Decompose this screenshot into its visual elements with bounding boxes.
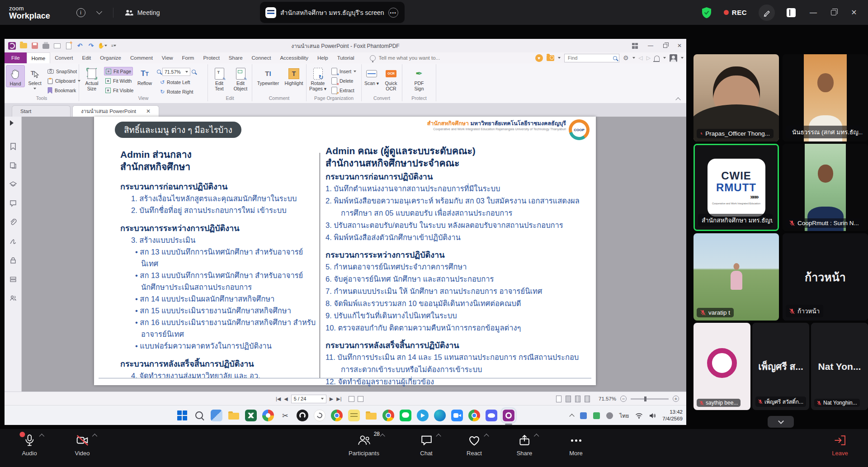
audio-options-chevron[interactable] [39, 434, 44, 439]
minimize-button[interactable]: — [807, 9, 819, 17]
favorites-heart-icon[interactable]: ♥ [535, 54, 543, 62]
tab-options-icon[interactable]: ••• [388, 8, 398, 18]
new-document-button[interactable] [65, 42, 72, 50]
tell-me-input[interactable] [379, 55, 456, 61]
fields-panel-icon[interactable] [9, 276, 17, 283]
find-box[interactable] [564, 54, 619, 62]
single-page-view-button[interactable] [556, 396, 561, 402]
menu-protect[interactable]: Protect [198, 52, 224, 63]
taskbar-search-icon[interactable] [193, 410, 205, 421]
menu-convert[interactable]: Convert [50, 52, 77, 63]
facing-view-button[interactable] [575, 396, 580, 402]
wifi-icon[interactable] [635, 413, 643, 419]
hand-tool-button[interactable]: Hand [6, 65, 25, 87]
bookmark-button[interactable]: Bookmark [46, 86, 77, 94]
tab-start[interactable]: Start [12, 105, 71, 117]
video-tile-nat[interactable]: Nat Yon... Nat Yonghin... [811, 323, 868, 410]
gear-icon[interactable]: ⚙ [623, 54, 629, 61]
caret-icon[interactable] [681, 57, 684, 59]
zoom-value-combo[interactable]: 71.57% [162, 68, 190, 76]
snipping-tool-icon[interactable]: ✂ [279, 410, 291, 421]
layers-panel-icon[interactable] [9, 181, 17, 188]
first-page-button[interactable]: |◀ [276, 396, 281, 402]
video-tile-saythip[interactable]: saythip bee... [693, 323, 750, 410]
more-button[interactable]: More [569, 434, 583, 457]
zoom-app-icon[interactable] [451, 410, 463, 421]
video-button[interactable]: Video [75, 434, 90, 457]
delete-page-button[interactable]: ×Delete [330, 76, 354, 85]
snapshot-button[interactable]: SnapShot [46, 67, 78, 75]
react-options-chevron[interactable] [484, 434, 489, 439]
chrome-icon[interactable] [331, 410, 343, 421]
forward-arrow-icon[interactable]: ▷ [646, 55, 651, 61]
back-arrow-icon[interactable]: ◁ [639, 55, 643, 61]
undo-button[interactable]: ↶ [76, 42, 84, 50]
foxit-restore-button[interactable] [663, 44, 667, 48]
zoom-out-button[interactable]: − [620, 396, 627, 402]
pdf-sign-button[interactable]: ✒ PDF Sign [409, 65, 429, 91]
video-tile-prapas[interactable]: Prapas_Officer Thong... [693, 54, 779, 142]
chrome-icon-3[interactable] [468, 410, 480, 421]
share-options-chevron[interactable] [534, 434, 539, 439]
menu-share[interactable]: Share [224, 52, 247, 63]
caret-icon[interactable] [663, 57, 666, 59]
leave-button[interactable]: Leave [832, 434, 848, 457]
tell-me-search[interactable] [370, 52, 456, 63]
menu-edit[interactable]: Edit [78, 52, 96, 63]
rotate-right-button[interactable]: ↻Rotate Right [159, 87, 194, 96]
zoom-control[interactable]: 71.57% [157, 67, 196, 76]
chat-options-chevron[interactable] [436, 434, 441, 439]
language-indicator[interactable]: ไทย [619, 411, 629, 420]
pages-panel-icon[interactable] [9, 162, 17, 169]
telegram-icon[interactable] [417, 410, 429, 421]
fit-visible-button[interactable]: Fit Visible [104, 86, 135, 94]
tab-document[interactable]: งานนำเสนอ PowerPoint ✕ [72, 105, 159, 117]
zoom-out-icon[interactable] [157, 70, 161, 74]
file-explorer-icon[interactable] [228, 410, 240, 421]
fit-width-button[interactable]: Fit Width [104, 76, 133, 85]
book-view-button[interactable] [585, 396, 590, 402]
find-input[interactable] [568, 55, 613, 61]
participants-options-chevron[interactable] [380, 434, 385, 439]
edit-object-button[interactable]: ✎ Edit Object [231, 65, 250, 91]
collapse-ribbon-button[interactable] [676, 97, 681, 101]
menu-file[interactable]: File [5, 52, 27, 63]
menu-form[interactable]: Form [178, 52, 199, 63]
audio-button[interactable]: Audio [22, 434, 37, 457]
notepad-icon[interactable] [348, 410, 360, 421]
caret-icon[interactable] [558, 57, 561, 59]
taskbar-clock[interactable]: 13:42 7/4/2569 [662, 409, 683, 422]
next-page-button[interactable]: ▶ [330, 396, 333, 402]
zoom-in-icon[interactable] [192, 70, 196, 74]
edge-icon[interactable] [434, 410, 446, 421]
menu-comment[interactable]: Comment [126, 52, 157, 63]
customize-toolbar-button[interactable]: ≡ [110, 42, 118, 50]
tab-shared-screen[interactable]: สำนักสหกิจศึกษา มทร.ธัญบุรี's screen ••• [260, 2, 405, 23]
fit-page-button[interactable]: Fit Page [104, 67, 133, 75]
menu-help[interactable]: Help [313, 52, 333, 63]
chevron-down-icon[interactable] [96, 9, 102, 14]
extract-page-button[interactable]: ↗Extract [330, 86, 356, 94]
foxit-app-icon-active[interactable] [503, 410, 514, 421]
tray-icon-3[interactable] [606, 412, 613, 419]
rotate-pages-button[interactable]: ↻ Rotate Pages ▾ [307, 65, 328, 91]
insert-page-button[interactable]: +Insert [330, 67, 358, 75]
edit-text-button[interactable]: T✎ Edit Text [210, 65, 229, 91]
discord-icon[interactable] [486, 410, 497, 421]
tray-expand-icon[interactable] [570, 414, 575, 419]
line-icon[interactable] [400, 410, 411, 421]
attachments-panel-icon[interactable] [9, 219, 17, 226]
info-icon[interactable]: i [76, 8, 85, 17]
annotate-button[interactable] [759, 5, 775, 21]
start-button[interactable] [176, 410, 188, 421]
expand-panel-icon[interactable] [10, 120, 14, 126]
comments-panel-icon[interactable] [9, 200, 17, 207]
video-tile-cooprmutt-surin[interactable]: CoopRmutt : Surin N... [783, 144, 868, 231]
reflow-button[interactable]: TT Reflow [134, 65, 155, 86]
clipboard-button[interactable]: Clipboard [46, 76, 82, 85]
menu-connect[interactable]: Connect [247, 52, 276, 63]
hand-tool-quick-button[interactable]: ✋ [99, 42, 106, 50]
view-layout-button[interactable] [787, 8, 796, 17]
chrome-icon-2[interactable] [382, 410, 394, 421]
select-tool-button[interactable]: T Select [26, 65, 44, 90]
